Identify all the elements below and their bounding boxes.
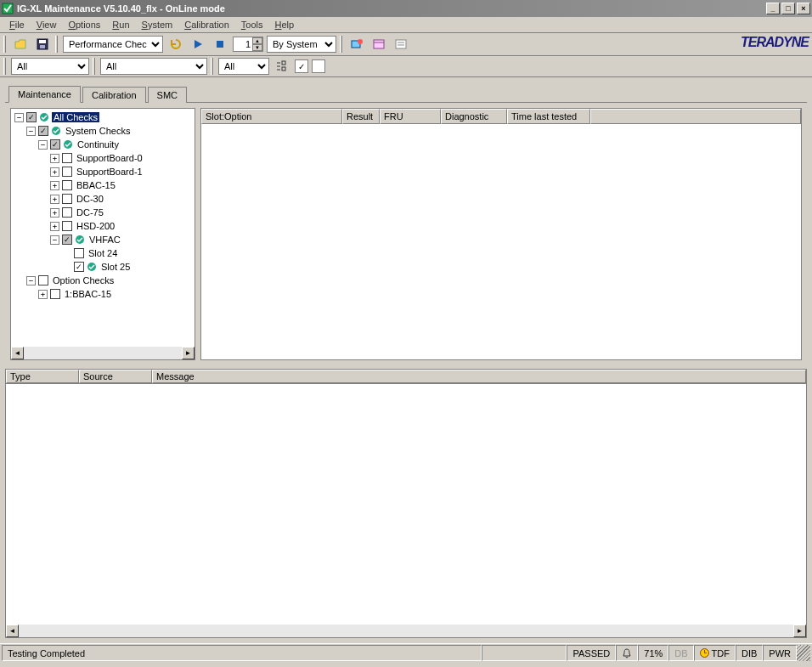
message-body[interactable]	[6, 384, 806, 625]
toolbar-grip	[340, 36, 342, 53]
group-by-combo[interactable]: By System	[267, 36, 336, 53]
check-all-button[interactable]: ✓	[295, 59, 308, 73]
tree-node-opt-bbac-15[interactable]: + 1:BBAC-15	[14, 287, 193, 301]
menu-system[interactable]: System	[136, 18, 179, 31]
toolbar-grip	[93, 58, 95, 75]
checkbox[interactable]: ✓	[38, 126, 48, 136]
refresh-button[interactable]	[166, 35, 185, 54]
expand-icon[interactable]: +	[50, 208, 59, 218]
status-result: PASSED	[567, 645, 616, 661]
menu-view[interactable]: View	[31, 18, 63, 31]
tree-node-dc-30[interactable]: + DC-30	[14, 192, 193, 206]
checkbox[interactable]	[38, 275, 48, 285]
save-button[interactable]	[33, 35, 52, 54]
tab-strip: Maintenance Calibration SMC	[0, 84, 812, 102]
checkbox[interactable]	[50, 289, 60, 299]
tree-node-slot-25[interactable]: ✓ Slot 25	[14, 260, 193, 274]
menu-run[interactable]: Run	[106, 18, 135, 31]
column-source[interactable]: Source	[79, 370, 152, 383]
tree-node-supportboard-1[interactable]: + SupportBoard-1	[14, 165, 193, 178]
expand-icon[interactable]: +	[50, 167, 59, 177]
expand-icon[interactable]: +	[50, 222, 59, 231]
tree-node-supportboard-0[interactable]: + SupportBoard-0	[14, 151, 193, 165]
filter3-combo[interactable]: All	[218, 58, 269, 75]
close-button[interactable]: ×	[797, 3, 810, 14]
collapse-icon[interactable]: −	[26, 127, 36, 136]
tree-node-option-checks[interactable]: − Option Checks	[14, 274, 193, 287]
status-percent: 71%	[638, 645, 668, 661]
filter1-combo[interactable]: All	[11, 58, 89, 75]
scroll-track[interactable]	[19, 625, 793, 637]
scroll-left-button[interactable]: ◄	[6, 625, 19, 637]
tree-node-system-checks[interactable]: − ✓ System Checks	[14, 124, 193, 138]
checkbox[interactable]: ✓	[50, 139, 60, 150]
checkbox[interactable]	[62, 221, 72, 231]
mode-combo[interactable]: Performance Check	[63, 36, 163, 53]
stop-button[interactable]	[211, 35, 229, 54]
tree-node-bbac-15[interactable]: + BBAC-15	[14, 178, 193, 192]
open-button[interactable]	[11, 35, 30, 54]
checkbox[interactable]	[62, 180, 72, 190]
tab-smc[interactable]: SMC	[148, 87, 187, 103]
tree-node-vhfac[interactable]: − ✓ VHFAC	[14, 233, 193, 246]
expand-icon[interactable]: +	[50, 195, 59, 204]
uncheck-all-button[interactable]	[312, 59, 325, 73]
tree-node-continuity[interactable]: − ✓ Continuity	[14, 138, 193, 151]
tree-node-all-checks[interactable]: − ✓ All Checks	[14, 110, 193, 124]
scroll-track[interactable]	[24, 347, 182, 359]
checkbox[interactable]	[62, 167, 72, 177]
column-type[interactable]: Type	[6, 370, 79, 383]
resize-grip[interactable]	[797, 645, 810, 661]
column-slot-option[interactable]: Slot:Option	[201, 109, 342, 124]
tool-button-3[interactable]	[392, 35, 410, 54]
maximize-button[interactable]: □	[781, 3, 795, 14]
filter2-combo[interactable]: All	[100, 58, 207, 75]
collapse-icon[interactable]: −	[14, 113, 24, 122]
menu-help[interactable]: Help	[269, 18, 301, 31]
expand-icon[interactable]: +	[50, 154, 59, 163]
status-bell[interactable]	[616, 645, 638, 661]
checkbox[interactable]	[62, 207, 72, 218]
spin-down[interactable]: ▼	[252, 44, 262, 51]
run-button[interactable]	[189, 35, 207, 54]
collapse-icon[interactable]: −	[50, 235, 59, 245]
checkbox[interactable]: ✓	[62, 235, 72, 245]
column-fru[interactable]: FRU	[380, 109, 441, 124]
checkbox[interactable]	[62, 153, 72, 163]
collapse-icon[interactable]: −	[26, 276, 36, 285]
tool-button-1[interactable]	[347, 35, 366, 54]
column-diagnostic[interactable]: Diagnostic	[441, 109, 507, 124]
tree-horizontal-scrollbar[interactable]: ◄ ►	[11, 347, 195, 359]
minimize-button[interactable]: _	[766, 3, 780, 14]
menu-tools[interactable]: Tools	[235, 18, 269, 31]
message-horizontal-scrollbar[interactable]: ◄ ►	[6, 625, 806, 637]
grid-body[interactable]	[201, 124, 801, 359]
expand-icon[interactable]: +	[38, 290, 48, 299]
tree-node-hsd-200[interactable]: + HSD-200	[14, 219, 193, 233]
spin-up[interactable]: ▲	[252, 37, 262, 44]
expand-icon[interactable]: +	[50, 181, 59, 190]
tree-options-button[interactable]	[273, 57, 291, 76]
checkbox[interactable]: ✓	[74, 262, 84, 272]
tab-calibration[interactable]: Calibration	[82, 87, 146, 103]
tree-pane[interactable]: − ✓ All Checks − ✓ System Checks − ✓ Con…	[10, 108, 195, 360]
column-time-last-tested[interactable]: Time last tested	[507, 109, 590, 124]
menu-file[interactable]: File	[3, 18, 31, 31]
tab-maintenance[interactable]: Maintenance	[8, 86, 81, 103]
scroll-right-button[interactable]: ►	[182, 347, 195, 359]
tree-node-slot-24[interactable]: Slot 24	[14, 246, 193, 260]
menu-calibration[interactable]: Calibration	[178, 18, 235, 31]
tree-node-dc-75[interactable]: + DC-75	[14, 206, 193, 219]
checkbox[interactable]	[62, 194, 72, 204]
tool-button-2[interactable]	[369, 35, 388, 54]
checkbox[interactable]: ✓	[26, 112, 37, 122]
column-message[interactable]: Message	[152, 370, 806, 383]
scroll-right-button[interactable]: ►	[793, 625, 806, 637]
checkbox[interactable]	[74, 248, 84, 258]
scroll-left-button[interactable]: ◄	[11, 347, 24, 359]
column-result[interactable]: Result	[342, 109, 380, 124]
menu-options[interactable]: Options	[62, 18, 106, 31]
pass-icon	[51, 126, 61, 136]
loop-count-spinner[interactable]: ▲▼	[233, 37, 263, 52]
collapse-icon[interactable]: −	[38, 140, 48, 150]
